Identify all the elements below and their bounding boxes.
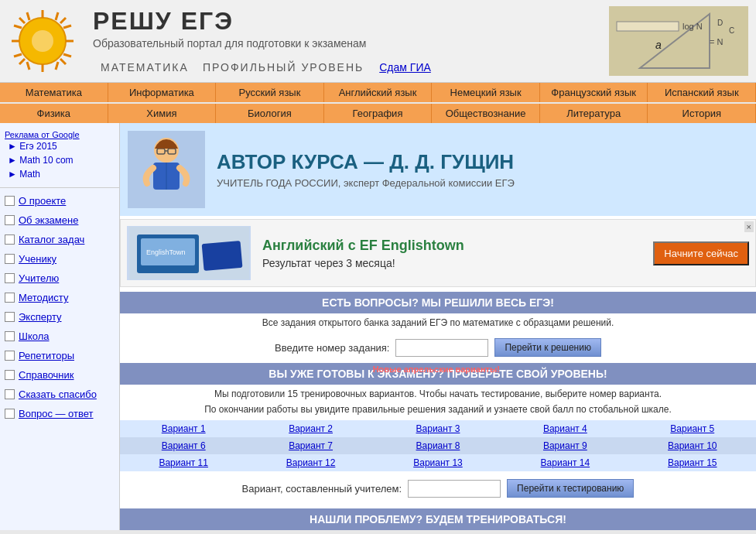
go-to-testing-button[interactable]: Перейти к тестированию	[507, 479, 634, 498]
task-number-input[interactable]	[395, 339, 488, 357]
nav-french[interactable]: Французский язык	[540, 83, 648, 102]
sidebar-ad-math10[interactable]: Math 10 com	[5, 153, 115, 167]
svg-text:C: C	[729, 26, 734, 35]
sidebar-link-school[interactable]: Школа	[0, 327, 119, 346]
svg-text:= N: = N	[710, 37, 723, 46]
sidebar-link-thanks[interactable]: Сказать спасибо	[0, 385, 119, 404]
svg-line-16	[56, 12, 58, 20]
variant-row-3: Вариант 11 Вариант 12 Вариант 13 Вариант…	[120, 454, 756, 471]
variant-14[interactable]: Вариант 14	[501, 454, 628, 471]
variant-13[interactable]: Вариант 13	[375, 454, 501, 471]
checkbox-tutors[interactable]	[5, 351, 15, 361]
checkbox-methodist[interactable]	[5, 293, 15, 303]
variant-row-2: Вариант 6 Вариант 7 Вариант 8 Вариант 9 …	[120, 437, 756, 454]
nav-geography[interactable]: География	[324, 104, 433, 123]
sidebar-link-about-exam[interactable]: Об экзамене	[0, 211, 119, 230]
sidebar-link-qa[interactable]: Вопрос — ответ	[0, 404, 119, 423]
nav-history[interactable]: История	[648, 104, 756, 123]
sidebar-link-expert[interactable]: Эксперту	[0, 307, 119, 327]
variant-11[interactable]: Вариант 11	[120, 454, 247, 471]
svg-line-13	[63, 54, 71, 56]
ads-label[interactable]: Реклама от Google	[5, 130, 115, 139]
variant-8[interactable]: Вариант 8	[375, 437, 501, 454]
sidebar-link-student[interactable]: Ученику	[0, 249, 119, 269]
teacher-variant-row: Вариант, составленный учителем: Перейти …	[120, 473, 756, 504]
sidebar-divider	[0, 187, 119, 188]
ad-subtitle: Результат через 3 месяца!	[262, 257, 645, 269]
svg-text:D: D	[717, 19, 723, 27]
variant-15[interactable]: Вариант 15	[629, 454, 756, 471]
section2-header: ВЫ УЖЕ ГОТОВЫ К ЭКЗАМЕНУ? ПРОВЕРЬТЕ СВОЙ…	[120, 363, 756, 385]
checkbox-school[interactable]	[5, 331, 15, 341]
checkbox-reference[interactable]	[5, 370, 15, 380]
sidebar-link-catalog[interactable]: Каталог задач	[0, 230, 119, 249]
nav-mathematics[interactable]: Математика	[0, 83, 108, 102]
section2-desc2: По окончании работы вы увидите правильны…	[120, 400, 756, 419]
subject-title: МАТЕМАТИКА ПРОФИЛЬНЫЙ УРОВЕНЬ	[93, 56, 364, 76]
nav-social[interactable]: Обществознание	[432, 104, 540, 123]
gia-link[interactable]: Сдам ГИА	[379, 61, 431, 74]
task-input-row: Введите номер задания: Перейти к решению	[120, 332, 756, 363]
author-desc: УЧИТЕЛЬ ГОДА РОССИИ, эксперт Федеральной…	[217, 177, 748, 189]
sidebar-ad-ege[interactable]: Егэ 2015	[5, 139, 115, 153]
teacher-variant-input[interactable]	[408, 480, 501, 498]
section1-header: ЕСТЬ ВОПРОСЫ? МЫ РЕШИЛИ ВЕСЬ ЕГЭ!	[120, 292, 756, 313]
nav-literature[interactable]: Литература	[540, 104, 648, 123]
author-banner: АВТОР КУРСА — Д. Д. ГУЩИН УЧИТЕЛЬ ГОДА Р…	[120, 123, 756, 216]
new-variants-label: Новые апрельские варианты!	[373, 365, 500, 374]
variant-10[interactable]: Вариант 10	[629, 437, 756, 454]
author-image	[128, 131, 205, 208]
svg-text:log N: log N	[682, 22, 703, 31]
checkbox-expert[interactable]	[5, 312, 15, 322]
svg-line-11	[56, 62, 58, 70]
header-text: РЕШУ ЕГЭ Образовательный портал для подг…	[93, 7, 609, 76]
nav-russian[interactable]: Русский язык	[216, 83, 324, 102]
checkbox-qa[interactable]	[5, 409, 15, 419]
svg-text:a: a	[655, 39, 662, 51]
variant-9[interactable]: Вариант 9	[501, 437, 628, 454]
nav-informatics[interactable]: Информатика	[108, 83, 217, 102]
svg-line-12	[14, 26, 22, 28]
ad-text: Английский с EF Englishtown Результат че…	[262, 238, 645, 269]
svg-line-6	[19, 18, 25, 23]
nav-german[interactable]: Немецкий язык	[432, 83, 540, 102]
svg-line-17	[27, 62, 29, 70]
nav-spanish[interactable]: Испанский язык	[648, 83, 756, 102]
sidebar-link-tutors[interactable]: Репетиторы	[0, 346, 119, 365]
checkbox-about-project[interactable]	[5, 196, 15, 206]
variant-12[interactable]: Вариант 12	[247, 454, 374, 471]
variant-2[interactable]: Вариант 2	[247, 420, 374, 437]
checkbox-catalog[interactable]	[5, 234, 15, 245]
checkbox-about-exam[interactable]	[5, 215, 15, 225]
variant-7[interactable]: Вариант 7	[247, 437, 374, 454]
variant-3[interactable]: Вариант 3	[375, 420, 501, 437]
variant-4[interactable]: Вариант 4	[501, 420, 628, 437]
sidebar: Реклама от Google Егэ 2015 Math 10 com M…	[0, 123, 120, 530]
checkbox-student[interactable]	[5, 254, 15, 264]
content-area: АВТОР КУРСА — Д. Д. ГУЩИН УЧИТЕЛЬ ГОДА Р…	[120, 123, 756, 530]
sidebar-link-reference[interactable]: Справочник	[0, 365, 119, 385]
section1-desc: Все задания открытого банка заданий ЕГЭ …	[120, 313, 756, 332]
go-to-solution-button[interactable]: Перейти к решению	[494, 338, 600, 357]
variant-6[interactable]: Вариант 6	[120, 437, 247, 454]
author-name: АВТОР КУРСА — Д. Д. ГУЩИН	[217, 150, 748, 174]
nav-chemistry[interactable]: Химия	[108, 104, 217, 123]
ad-title: Английский с EF Englishtown	[262, 238, 645, 254]
sidebar-link-about-project[interactable]: О проекте	[0, 191, 119, 211]
ad-close-button[interactable]: ×	[744, 221, 754, 232]
checkbox-teacher[interactable]	[5, 273, 15, 283]
variant-5[interactable]: Вариант 5	[629, 420, 756, 437]
header: РЕШУ ЕГЭ Образовательный портал для подг…	[0, 0, 756, 83]
sidebar-link-teacher[interactable]: Учителю	[0, 269, 119, 288]
svg-line-10	[27, 12, 29, 20]
variant-1[interactable]: Вариант 1	[120, 420, 247, 437]
nav-physics[interactable]: Физика	[0, 104, 108, 123]
ad-button[interactable]: Начните сейчас	[653, 241, 749, 265]
svg-point-1	[32, 30, 53, 52]
sidebar-ad-math[interactable]: Math	[5, 167, 115, 181]
nav-english[interactable]: Английский язык	[324, 83, 433, 102]
nav-biology[interactable]: Биология	[216, 104, 324, 123]
sidebar-link-methodist[interactable]: Методисту	[0, 288, 119, 307]
variants-table: Вариант 1 Вариант 2 Вариант 3 Вариант 4 …	[120, 420, 756, 471]
checkbox-thanks[interactable]	[5, 389, 15, 399]
